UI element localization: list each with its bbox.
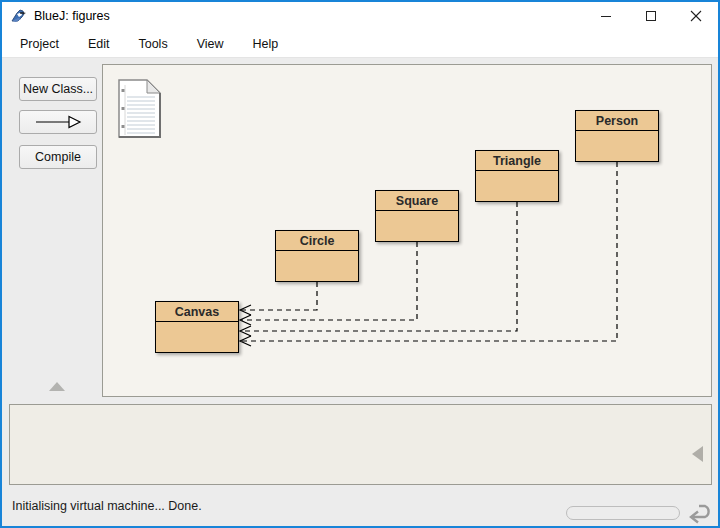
menu-edit[interactable]: Edit bbox=[78, 32, 120, 56]
dependency-arrow-circle-canvas[interactable] bbox=[240, 282, 317, 315]
readme-page-icon[interactable] bbox=[117, 79, 163, 139]
maximize-button[interactable] bbox=[628, 2, 673, 30]
collapse-up-triangle-icon[interactable] bbox=[49, 382, 65, 391]
menu-project[interactable]: Project bbox=[10, 32, 69, 56]
class-box-triangle[interactable]: Triangle bbox=[475, 150, 559, 202]
menu-view[interactable]: View bbox=[187, 32, 234, 56]
compile-button[interactable]: Compile bbox=[19, 145, 97, 169]
status-message: Initialising virtual machine... Done. bbox=[12, 499, 202, 513]
menu-tools[interactable]: Tools bbox=[128, 32, 177, 56]
close-button[interactable] bbox=[673, 2, 718, 30]
caption-buttons bbox=[583, 2, 718, 30]
uses-arrow-icon bbox=[31, 115, 85, 129]
minimize-icon bbox=[600, 10, 612, 22]
class-name-label: Person bbox=[576, 111, 658, 131]
bluej-bird-icon bbox=[10, 8, 27, 25]
maximize-icon bbox=[645, 10, 657, 22]
menu-help[interactable]: Help bbox=[243, 32, 289, 56]
window-title: BlueJ: figures bbox=[34, 9, 110, 23]
vm-progress-bar bbox=[566, 506, 680, 520]
class-name-label: Circle bbox=[276, 231, 358, 251]
new-class-button[interactable]: New Class... bbox=[19, 77, 97, 101]
bluej-window: BlueJ: figures Project Edit bbox=[0, 0, 720, 528]
bench-scroll-left-icon[interactable] bbox=[692, 446, 703, 462]
uses-arrow-button[interactable] bbox=[19, 110, 97, 134]
object-bench bbox=[9, 404, 712, 485]
class-name-label: Square bbox=[376, 191, 458, 211]
class-box-square[interactable]: Square bbox=[375, 190, 459, 242]
minimize-button[interactable] bbox=[583, 2, 628, 30]
class-box-circle[interactable]: Circle bbox=[275, 230, 359, 282]
close-icon bbox=[690, 10, 702, 22]
class-box-person[interactable]: Person bbox=[575, 110, 659, 162]
class-diagram-panel: PersonTriangleSquareCircleCanvas bbox=[102, 64, 712, 397]
title-bar: BlueJ: figures bbox=[2, 2, 718, 30]
vm-reset-arrow-icon bbox=[686, 502, 716, 524]
class-name-label: Canvas bbox=[156, 302, 238, 322]
class-name-label: Triangle bbox=[476, 151, 558, 171]
menu-bar: Project Edit Tools View Help bbox=[2, 30, 718, 58]
class-box-canvas[interactable]: Canvas bbox=[155, 301, 239, 353]
